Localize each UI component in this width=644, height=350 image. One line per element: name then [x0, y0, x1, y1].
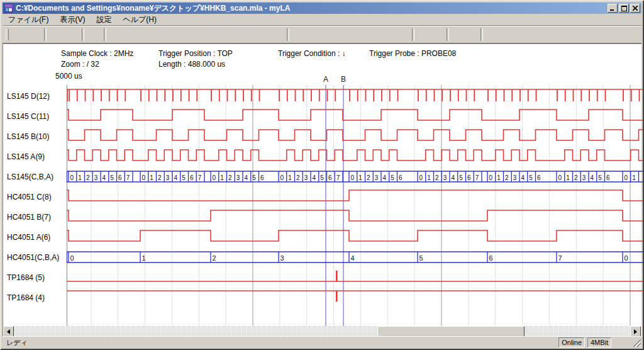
status-ready-text: レディ: [6, 338, 28, 347]
trigger-probe-readout: Trigger Probe : PROBE08: [369, 49, 456, 58]
marker-b-label: B: [341, 75, 346, 84]
minimize-button[interactable]: [608, 4, 618, 13]
menu-view[interactable]: 表示(V): [54, 14, 91, 26]
menu-bar: ファイル(F) 表示(V) 設定 ヘルプ(H): [3, 14, 641, 25]
marker-a-label: A: [323, 75, 328, 84]
toolbar-separator: [104, 28, 106, 41]
signal-label: HC4051 B(7): [7, 213, 51, 222]
toolbar: Stop → 100MHz TOP ↑ PROBE00 − + AB ←A ←B: [3, 25, 641, 43]
signal-label: LS145 C(11): [7, 112, 49, 121]
toolbar-separator: [447, 28, 449, 41]
scrollbar-thumb[interactable]: [377, 326, 525, 337]
status-memory-badge: 4MBit: [587, 337, 611, 347]
scroll-left-button[interactable]: [3, 326, 14, 337]
trigger-condition-readout: Trigger Condition : ↓: [278, 49, 346, 58]
maximize-button[interactable]: [619, 4, 629, 13]
menu-help[interactable]: ヘルプ(H): [117, 14, 162, 26]
signal-label: LS145 D(12): [7, 92, 50, 101]
toolbar-grip: [6, 29, 9, 40]
signal-label: LS145 B(10): [7, 132, 49, 141]
signal-label: TP1684 (4): [7, 293, 45, 302]
toolbar-separator: [44, 28, 47, 41]
close-button[interactable]: [630, 4, 640, 13]
signal-label: HC4051 A(6): [7, 233, 50, 242]
timebase-label: 5000 us: [55, 72, 82, 81]
length-readout: Length : 488.000 us: [158, 60, 225, 69]
toolbar-separator: [287, 28, 289, 41]
status-bar: レディ Online 4MBit: [3, 336, 641, 347]
signal-label: HC4051(C,B,A): [7, 253, 59, 262]
toolbar-separator: [82, 28, 84, 41]
window-title: C:¥Documents and Settings¥noname¥デスクトップ¥…: [16, 3, 290, 14]
signal-label: LS145 A(9): [7, 152, 45, 161]
sample-clock-readout: Sample Clock : 2MHz: [61, 49, 133, 58]
signal-label: LS145(C,B,A): [7, 172, 53, 181]
menu-file[interactable]: ファイル(F): [3, 14, 54, 26]
status-online-badge: Online: [558, 337, 585, 347]
scroll-right-button[interactable]: [630, 326, 641, 337]
trigger-position-readout: Trigger Position : TOP: [158, 49, 233, 58]
signal-label: TP1684 (5): [7, 273, 45, 282]
signal-label: HC4051 C(8): [7, 193, 52, 201]
menu-settings[interactable]: 設定: [91, 14, 117, 26]
horizontal-scrollbar[interactable]: [3, 326, 641, 337]
title-bar: C:¥Documents and Settings¥noname¥デスクトップ¥…: [3, 3, 641, 14]
waveform-plot[interactable]: [67, 85, 644, 327]
zoom-readout: Zoom : / 32: [61, 60, 99, 69]
app-icon: [4, 4, 13, 13]
toolbar-separator: [480, 28, 483, 41]
resize-grip[interactable]: [633, 339, 641, 347]
toolbar-separator: [412, 28, 414, 41]
app-window: C:¥Documents and Settings¥noname¥デスクトップ¥…: [0, 0, 644, 350]
